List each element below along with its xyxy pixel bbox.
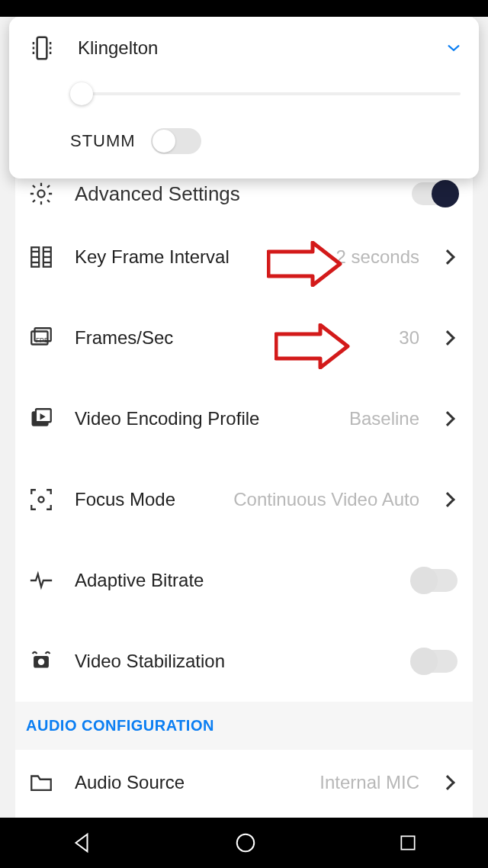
- audio-section-header: AUDIO CONFIGURATION: [15, 702, 473, 750]
- row-frames-per-sec[interactable]: FPS Frames/Sec 30: [15, 297, 473, 378]
- row-adaptive-bitrate[interactable]: Adaptive Bitrate: [15, 540, 473, 621]
- vep-label: Video Encoding Profile: [75, 408, 331, 429]
- svg-point-17: [38, 658, 45, 665]
- svg-text:FPS: FPS: [36, 336, 49, 344]
- chevron-right-icon: [440, 330, 455, 346]
- row-focus-mode[interactable]: Focus Mode Continuous Video Auto: [15, 459, 473, 540]
- asrc-value: Internal MIC: [319, 772, 419, 793]
- svg-rect-20: [401, 836, 414, 849]
- ringer-overlay: Klingelton STUMM: [9, 17, 479, 178]
- chevron-down-icon[interactable]: [447, 44, 461, 52]
- kfi-value: 2 seconds: [336, 246, 419, 268]
- mute-toggle[interactable]: [151, 128, 201, 154]
- advanced-label: Advanced Settings: [75, 182, 393, 206]
- row-video-stabilization[interactable]: Video Stabilization: [15, 621, 473, 702]
- focus-label: Focus Mode: [75, 489, 215, 510]
- gear-icon: [28, 181, 54, 207]
- annotation-arrow-kfi: [267, 241, 343, 290]
- advanced-toggle[interactable]: [412, 182, 458, 205]
- folder-icon: [28, 770, 54, 796]
- nav-back-icon[interactable]: [70, 831, 93, 854]
- overlay-title: Klingelton: [78, 37, 425, 59]
- vstab-toggle[interactable]: [412, 650, 458, 673]
- chevron-right-icon: [440, 411, 455, 426]
- chevron-right-icon: [440, 492, 455, 507]
- android-nav-bar: [0, 818, 488, 868]
- svg-point-0: [37, 190, 44, 197]
- focus-icon: [28, 487, 54, 513]
- vstab-label: Video Stabilization: [75, 651, 393, 672]
- focus-value: Continuous Video Auto: [233, 489, 419, 510]
- fps-icon: FPS: [28, 325, 54, 351]
- vep-value: Baseline: [349, 408, 419, 429]
- slider-track: [70, 92, 461, 95]
- stabilization-icon: [28, 648, 54, 674]
- svg-rect-18: [37, 37, 47, 59]
- mute-label: STUMM: [70, 131, 136, 151]
- video-profile-icon: [28, 406, 54, 432]
- ringer-slider[interactable]: [70, 82, 461, 105]
- slider-thumb[interactable]: [70, 82, 93, 105]
- abr-toggle[interactable]: [412, 569, 458, 592]
- nav-home-icon[interactable]: [234, 831, 257, 854]
- row-video-encoding-profile[interactable]: Video Encoding Profile Baseline: [15, 378, 473, 459]
- fps-value: 30: [399, 327, 419, 349]
- row-key-frame-interval[interactable]: Key Frame Interval 2 seconds: [15, 217, 473, 297]
- svg-point-15: [38, 497, 43, 502]
- vibrate-icon: [27, 34, 56, 63]
- abr-label: Adaptive Bitrate: [75, 570, 393, 591]
- chevron-right-icon: [440, 249, 455, 265]
- svg-point-19: [237, 834, 255, 852]
- film-strip-icon: [28, 244, 54, 270]
- nav-recent-icon[interactable]: [398, 833, 418, 853]
- chevron-right-icon: [440, 775, 455, 790]
- status-bar: [0, 0, 488, 17]
- pulse-icon: [28, 567, 54, 593]
- asrc-label: Audio Source: [75, 772, 301, 793]
- row-audio-source[interactable]: Audio Source Internal MIC: [15, 750, 473, 815]
- annotation-arrow-fps: [274, 323, 351, 372]
